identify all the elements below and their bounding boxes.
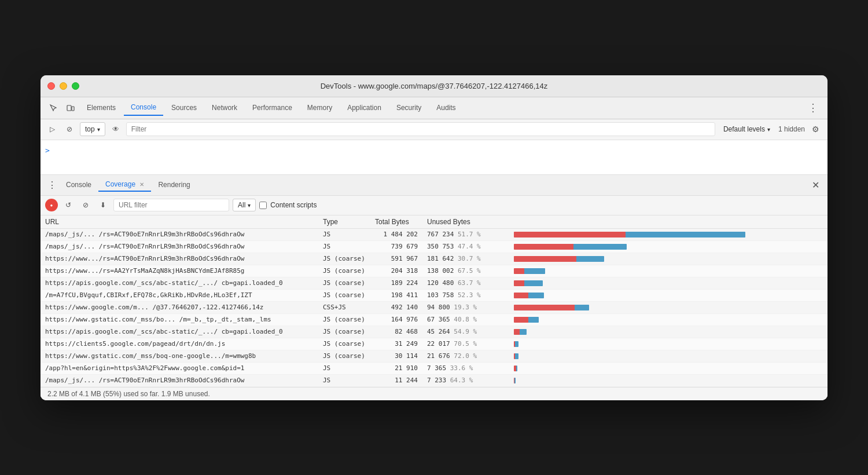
cell-bar bbox=[509, 362, 827, 374]
col-header-unused-bytes[interactable]: Unused Bytes bbox=[422, 215, 509, 229]
drawer-tab-coverage[interactable]: Coverage ✕ bbox=[98, 178, 151, 192]
svg-rect-1 bbox=[72, 107, 74, 111]
cell-type: JS (coarse) bbox=[318, 338, 370, 350]
close-coverage-tab[interactable]: ✕ bbox=[139, 181, 144, 188]
table-row[interactable]: https://www.gstatic.com/_mss/bo... /m=_b… bbox=[41, 313, 827, 326]
table-row[interactable]: /maps/_js/... /rs=ACT90oE7nRnrLR9m3hrRBo… bbox=[41, 374, 827, 386]
bar-unused bbox=[515, 341, 518, 347]
clear-coverage-button[interactable]: ⊘ bbox=[79, 198, 93, 212]
bar-used bbox=[514, 232, 626, 237]
bar-unused bbox=[528, 293, 544, 298]
tab-application[interactable]: Application bbox=[340, 100, 388, 115]
more-tabs-icon[interactable]: ⋮ bbox=[803, 101, 823, 114]
table-row[interactable]: /m=A7fCU,BVgquf,CBIRxf,EFQ78c,GkRiKb,HDv… bbox=[41, 289, 827, 301]
devtools-window: DevTools - www.google.com/maps/@37.76462… bbox=[41, 75, 827, 400]
tab-elements[interactable]: Elements bbox=[80, 100, 123, 115]
table-row[interactable]: https://apis.google.com/_scs/abc-static/… bbox=[41, 277, 827, 289]
levels-dropdown[interactable]: Default levels ▾ bbox=[719, 124, 775, 134]
tab-console[interactable]: Console bbox=[124, 100, 163, 116]
settings-icon[interactable]: ⚙ bbox=[808, 123, 823, 135]
bar-unused bbox=[514, 378, 516, 383]
table-row[interactable]: /maps/_js/... /rs=ACT90oE7nRnrLR9m3hrRBo… bbox=[41, 228, 827, 240]
cell-bar bbox=[509, 326, 827, 338]
bar-used bbox=[514, 317, 528, 323]
export-button[interactable]: ⬇ bbox=[96, 198, 110, 212]
cell-bar bbox=[509, 265, 827, 277]
console-prompt[interactable]: > bbox=[45, 146, 50, 155]
window-title: DevTools - www.google.com/maps/@37.76462… bbox=[321, 82, 548, 90]
cell-total-bytes: 739 679 bbox=[370, 240, 422, 253]
close-button[interactable] bbox=[47, 82, 55, 90]
col-header-total-bytes[interactable]: Total Bytes bbox=[370, 215, 422, 229]
cell-total-bytes: 492 140 bbox=[370, 301, 422, 313]
cell-unused-bytes: 181 642 30.7 % bbox=[422, 253, 509, 265]
status-bar: 2.2 MB of 4.1 MB (55%) used so far. 1.9 … bbox=[41, 387, 827, 400]
table-row[interactable]: /app?hl=en&origin=https%3A%2F%2Fwww.goog… bbox=[41, 362, 827, 374]
cell-total-bytes: 204 318 bbox=[370, 265, 422, 277]
record-icon: ● bbox=[50, 203, 53, 208]
table-row[interactable]: https://www.../rs=AA2YrTsMaAZqN8kjHAsBNC… bbox=[41, 265, 827, 277]
inspect-icon[interactable] bbox=[45, 100, 61, 116]
drawer-tab-rendering[interactable]: Rendering bbox=[151, 178, 197, 191]
reload-button[interactable]: ↺ bbox=[61, 198, 75, 212]
device-toolbar-icon[interactable] bbox=[62, 100, 79, 116]
cell-type: JS bbox=[318, 228, 370, 240]
clear-console-button[interactable]: ▷ bbox=[45, 122, 59, 136]
status-text: 2.2 MB of 4.1 MB (55%) used so far. 1.9 … bbox=[47, 390, 210, 398]
bar-used bbox=[514, 293, 528, 298]
table-row[interactable]: https://clients5.google.com/pagead/drt/d… bbox=[41, 338, 827, 350]
content-scripts-label: Content scripts bbox=[259, 201, 317, 209]
cell-type: JS bbox=[318, 362, 370, 374]
cell-total-bytes: 164 976 bbox=[370, 313, 422, 326]
table-row[interactable]: https://apis.google.com/_scs/abc-static/… bbox=[41, 326, 827, 338]
content-scripts-checkbox[interactable] bbox=[259, 202, 267, 209]
cell-unused-bytes: 45 264 54.9 % bbox=[422, 326, 509, 338]
tab-memory[interactable]: Memory bbox=[300, 100, 339, 115]
cell-bar bbox=[509, 350, 827, 362]
cell-type: JS (coarse) bbox=[318, 265, 370, 277]
minimize-button[interactable] bbox=[60, 82, 67, 90]
drawer-tab-bar: ⋮ Console Coverage ✕ Rendering ✕ bbox=[41, 175, 827, 196]
cell-unused-bytes: 94 800 19.3 % bbox=[422, 301, 509, 313]
coverage-table: URL Type Total Bytes Unused Bytes /maps/… bbox=[41, 215, 827, 387]
url-filter-input[interactable] bbox=[113, 199, 229, 211]
bar-used bbox=[514, 329, 520, 335]
drawer-more-icon[interactable]: ⋮ bbox=[45, 178, 59, 192]
cell-bar bbox=[509, 301, 827, 313]
cell-type: JS (coarse) bbox=[318, 253, 370, 265]
cell-unused-bytes: 120 480 63.7 % bbox=[422, 277, 509, 289]
all-label: All bbox=[238, 201, 245, 209]
table-row[interactable]: https://www.gstatic.com/_mss/boq-one-goo… bbox=[41, 350, 827, 362]
tab-audits[interactable]: Audits bbox=[429, 100, 462, 115]
tab-performance[interactable]: Performance bbox=[245, 100, 299, 115]
col-header-type[interactable]: Type bbox=[318, 215, 370, 229]
titlebar: DevTools - www.google.com/maps/@37.76462… bbox=[41, 75, 827, 97]
chevron-down-icon: ▾ bbox=[97, 126, 100, 133]
tab-security[interactable]: Security bbox=[389, 100, 428, 115]
filter-input[interactable] bbox=[126, 122, 715, 136]
svg-rect-0 bbox=[67, 105, 71, 111]
table-row[interactable]: https://www.../rs=ACT90oE7nRnrLR9m3hrRBo… bbox=[41, 253, 827, 265]
drawer-tab-console[interactable]: Console bbox=[59, 178, 98, 191]
type-filter-dropdown[interactable]: All ▾ bbox=[233, 199, 256, 211]
tab-network[interactable]: Network bbox=[205, 100, 244, 115]
col-header-url[interactable]: URL bbox=[41, 215, 318, 229]
cell-type: JS (coarse) bbox=[318, 313, 370, 326]
chevron-down-icon-levels: ▾ bbox=[767, 126, 770, 133]
cell-bar bbox=[509, 313, 827, 326]
table-row[interactable]: /maps/_js/... /rs=ACT90oE7nRnrLR9m3hrRBo… bbox=[41, 240, 827, 253]
close-drawer-button[interactable]: ✕ bbox=[808, 180, 823, 191]
context-dropdown[interactable]: top ▾ bbox=[80, 122, 105, 136]
fullscreen-button[interactable] bbox=[72, 82, 79, 90]
bar-unused bbox=[515, 353, 518, 359]
table-row[interactable]: https://www.google.com/m... /@37.7646207… bbox=[41, 301, 827, 313]
cell-total-bytes: 198 411 bbox=[370, 289, 422, 301]
eye-icon[interactable]: 👁 bbox=[109, 122, 123, 136]
cell-url: /m=A7fCU,BVgquf,CBIRxf,EFQ78c,GkRiKb,HDv… bbox=[41, 289, 318, 301]
tab-sources[interactable]: Sources bbox=[164, 100, 204, 115]
cell-url: https://clients5.google.com/pagead/drt/d… bbox=[41, 338, 318, 350]
cell-type: JS bbox=[318, 240, 370, 253]
record-button[interactable]: ● bbox=[45, 199, 58, 211]
block-icon[interactable]: ⊘ bbox=[62, 122, 76, 136]
bar-unused bbox=[573, 244, 627, 250]
